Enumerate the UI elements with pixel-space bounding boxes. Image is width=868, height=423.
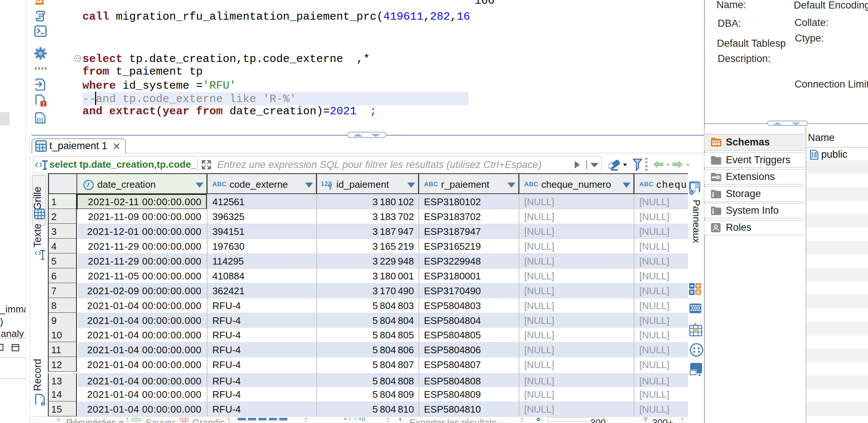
svg-text:{x}: {x}	[37, 117, 43, 122]
